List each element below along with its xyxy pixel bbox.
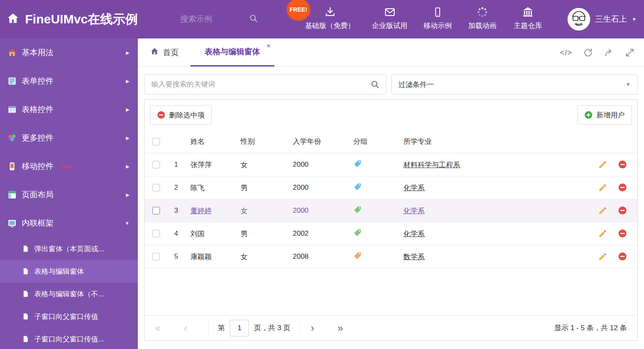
- column-name[interactable]: 姓名: [188, 137, 238, 146]
- bank-icon: [522, 5, 534, 18]
- add-user-button[interactable]: 新增用户: [577, 105, 632, 125]
- major-link[interactable]: 化学系: [403, 230, 425, 238]
- chevron-right-icon: ▶: [126, 192, 129, 198]
- sidebar-item-inline-frame[interactable]: 内联框架 ▼: [0, 209, 138, 237]
- keyword-search-input[interactable]: [145, 80, 370, 89]
- table-icon: [8, 105, 17, 114]
- row-checkbox[interactable]: [152, 184, 160, 191]
- sidebar-item-label: 更多控件: [22, 132, 53, 143]
- last-page-button[interactable]: »: [337, 323, 343, 333]
- select-all-checkbox[interactable]: [152, 138, 160, 145]
- layout-icon: [8, 190, 17, 199]
- expand-icon[interactable]: [625, 48, 635, 58]
- table-row-selected[interactable]: 3 董婷婷 女 2000 化学系: [145, 199, 637, 222]
- first-page-button[interactable]: «: [155, 323, 160, 333]
- cell-name: 刘国: [190, 230, 205, 238]
- row-checkbox[interactable]: [152, 161, 160, 168]
- delete-icon[interactable]: [618, 183, 627, 192]
- sidebar-item-page-layout[interactable]: 页面布局 ▶: [0, 181, 138, 209]
- edit-icon[interactable]: [598, 160, 607, 169]
- edit-icon[interactable]: [598, 206, 607, 215]
- tag-icon: [353, 206, 362, 214]
- cell-gender: 女: [238, 160, 291, 170]
- delete-icon[interactable]: [618, 206, 627, 215]
- cell-name: 康颖颖: [190, 253, 212, 261]
- cell-name: 董婷婷: [190, 207, 212, 215]
- sidebar-item-more-controls[interactable]: 更多控件 ▶: [0, 124, 138, 152]
- major-link[interactable]: 化学系: [403, 184, 425, 192]
- row-index: 2: [167, 183, 188, 192]
- main-content: 首页 表格与编辑窗体 × </> 过滤条件一 ▼: [138, 38, 644, 349]
- user-menu[interactable]: 三生石上 ▼: [568, 0, 636, 38]
- file-icon: [22, 313, 29, 320]
- edit-icon[interactable]: [598, 183, 607, 192]
- nav-item-label: 主题仓库: [514, 21, 542, 31]
- table-row[interactable]: 5 康颖颖 女 2008 数学系: [145, 245, 637, 268]
- home-icon: [150, 47, 159, 58]
- column-group[interactable]: 分组: [351, 137, 401, 146]
- chevron-down-icon: ▼: [632, 17, 636, 22]
- sidebar-subitem-grid-edit-window-2[interactable]: 表格与编辑窗体（不...: [0, 283, 138, 305]
- sidebar-subitem-popup-window[interactable]: 弹出窗体（本页面或...: [0, 237, 138, 260]
- refresh-icon[interactable]: [583, 48, 593, 58]
- delete-selected-button[interactable]: 删除选中项: [150, 105, 212, 125]
- nav-item-enterprise-trial[interactable]: 企业版试用: [372, 5, 408, 31]
- row-checkbox[interactable]: [152, 207, 160, 214]
- nav-item-loading-animation[interactable]: 加载动画: [468, 5, 497, 31]
- major-link[interactable]: 数学系: [403, 253, 425, 261]
- page-label-prefix: 第: [218, 323, 225, 333]
- row-checkbox[interactable]: [152, 230, 160, 237]
- open-in-new-icon[interactable]: [604, 48, 614, 58]
- edit-icon[interactable]: [598, 252, 607, 261]
- tag-icon: [353, 183, 362, 191]
- nav-item-theme-store[interactable]: 主题仓库: [514, 5, 542, 31]
- major-link[interactable]: 材料科学与工程系: [403, 161, 460, 169]
- tab-grid-edit-window[interactable]: 表格与编辑窗体 ×: [190, 38, 274, 66]
- file-icon: [22, 245, 29, 252]
- cell-gender: 女: [238, 252, 291, 262]
- file-icon: [22, 335, 29, 343]
- app-header: FineUIMvc在线示例 FREE! 基础版（免费） 企业版试用 移动示例 加…: [0, 0, 644, 38]
- delete-icon[interactable]: [618, 252, 627, 261]
- sidebar-item-mobile-controls[interactable]: 移动控件 Corp. ▶: [0, 152, 138, 181]
- major-link[interactable]: 化学系: [403, 207, 425, 215]
- code-icon[interactable]: </>: [560, 48, 572, 57]
- delete-icon[interactable]: [618, 160, 627, 169]
- column-major[interactable]: 所学专业: [401, 137, 587, 146]
- cell-year: 2002: [291, 229, 351, 238]
- delete-icon[interactable]: [618, 229, 627, 238]
- tab-label: 表格与编辑窗体: [205, 46, 260, 57]
- page-number-input[interactable]: [230, 320, 249, 336]
- column-entrance-year[interactable]: 入学年份: [291, 137, 351, 146]
- sidebar-item-basic-usage[interactable]: 基本用法 ▶: [0, 38, 138, 67]
- app-title: FineUIMvc在线示例: [25, 11, 138, 28]
- prev-page-button[interactable]: ‹: [184, 323, 187, 333]
- nav-item-basic-free[interactable]: 基础版（免费）: [305, 5, 355, 31]
- search-icon[interactable]: [248, 13, 259, 25]
- header-search-input[interactable]: [180, 14, 248, 24]
- nav-item-label: 基础版（免费）: [305, 21, 355, 31]
- plus-circle-icon: [584, 111, 593, 119]
- table-row[interactable]: 4 刘国 男 2002 化学系: [145, 222, 637, 245]
- sidebar-subitem-child-to-parent-2[interactable]: 子窗口向父窗口传值...: [0, 328, 138, 349]
- close-icon[interactable]: ×: [266, 42, 271, 49]
- sidebar-item-grid-controls[interactable]: 表格控件 ▶: [0, 95, 138, 124]
- sidebar-item-form-controls[interactable]: 表单控件 ▶: [0, 67, 138, 95]
- tab-home[interactable]: 首页: [138, 38, 190, 66]
- table-row[interactable]: 1 张萍萍 女 2000 材料科学与工程系: [145, 153, 637, 176]
- row-checkbox[interactable]: [152, 253, 160, 260]
- search-icon[interactable]: [370, 79, 380, 89]
- sidebar-subitem-label: 子窗口向父窗口传值: [34, 312, 98, 321]
- table-row[interactable]: 2 陈飞 男 2000 化学系: [145, 176, 637, 199]
- nav-item-mobile-demo[interactable]: 移动示例: [423, 5, 452, 31]
- filter-dropdown[interactable]: 过滤条件一 ▼: [391, 74, 638, 94]
- column-gender[interactable]: 性别: [238, 137, 291, 146]
- sidebar-subitem-grid-edit-window[interactable]: 表格与编辑窗体: [0, 260, 138, 283]
- sidebar-subitem-label: 弹出窗体（本页面或...: [34, 244, 104, 254]
- next-page-button[interactable]: ›: [311, 323, 314, 333]
- edit-icon[interactable]: [598, 229, 607, 238]
- sidebar-subitem-child-to-parent[interactable]: 子窗口向父窗口传值: [0, 305, 138, 328]
- widgets-icon: [8, 133, 17, 143]
- brand[interactable]: FineUIMvc在线示例: [7, 0, 138, 38]
- row-index: 1: [167, 160, 188, 169]
